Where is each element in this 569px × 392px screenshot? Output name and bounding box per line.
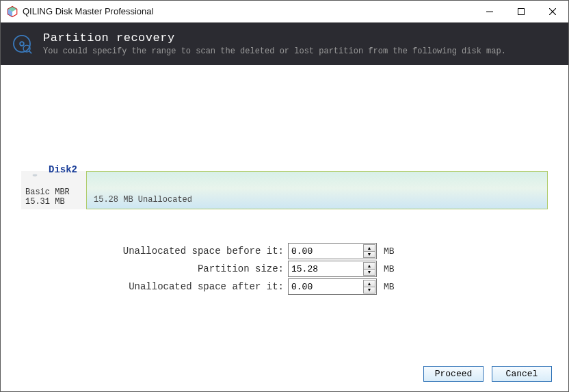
window-title: QILING Disk Master Professional [23,6,153,16]
spin-down-icon[interactable]: ▼ [363,252,375,259]
svg-line-7 [29,51,32,54]
partition-bar[interactable]: 15.28 MB Unallocated [86,171,548,209]
page-title: Partition recovery [43,31,506,44]
minimize-button[interactable] [474,1,505,23]
dialog-buttons: Proceed Cancel [423,366,552,382]
svg-point-4 [14,36,30,52]
input-space-after[interactable]: ▲ ▼ [288,278,377,295]
titlebar: QILING Disk Master Professional [1,1,568,23]
window-controls [474,1,568,23]
unit-after: MB [384,282,395,292]
row-space-before: Unallocated space before it: ▲ ▼ MB [21,242,548,260]
proceed-button[interactable]: Proceed [423,366,484,382]
label-space-after: Unallocated space after it: [21,281,288,292]
disk-map: Disk2 Basic MBR 15.31 MB 15.28 MB Unallo… [21,171,548,209]
spin-up-icon[interactable]: ▲ [363,262,375,270]
disk-total-size: 15.31 MB [25,197,82,207]
spin-down-icon[interactable]: ▼ [363,287,375,294]
unit-before: MB [384,246,395,257]
main-content: Disk2 Basic MBR 15.31 MB 15.28 MB Unallo… [1,171,568,296]
recovery-icon [10,32,34,55]
maximize-button[interactable] [505,1,537,23]
svg-point-5 [20,42,24,46]
spin-up-icon[interactable]: ▲ [363,280,375,287]
size-form: Unallocated space before it: ▲ ▼ MB Part… [21,242,548,296]
svg-rect-1 [518,8,525,14]
input-partition-size[interactable]: ▲ ▼ [288,261,377,277]
maximize-icon [518,8,525,15]
disk-name: Disk2 [49,164,105,175]
close-icon [549,8,556,15]
minimize-icon [486,8,493,15]
row-space-after: Unallocated space after it: ▲ ▼ MB [21,278,548,296]
disk-info-cell: Disk2 Basic MBR 15.31 MB [21,171,86,209]
page-header: Partition recovery You could specify the… [1,23,568,65]
partition-label: 15.28 MB Unallocated [94,195,192,205]
disk-type: Basic MBR [25,187,82,197]
app-logo-icon [6,5,18,18]
label-partition-size: Partition size: [21,263,288,274]
close-button[interactable] [537,1,568,23]
label-space-before: Unallocated space before it: [21,246,288,257]
row-partition-size: Partition size: ▲ ▼ MB [21,260,548,278]
input-space-before[interactable]: ▲ ▼ [288,243,377,259]
cancel-button[interactable]: Cancel [492,366,552,382]
spin-up-icon[interactable]: ▲ [363,244,375,252]
hard-drive-icon [25,174,44,177]
page-subtitle: You could specify the range to scan the … [43,47,506,56]
unit-size: MB [384,264,395,274]
spin-down-icon[interactable]: ▼ [363,270,375,276]
